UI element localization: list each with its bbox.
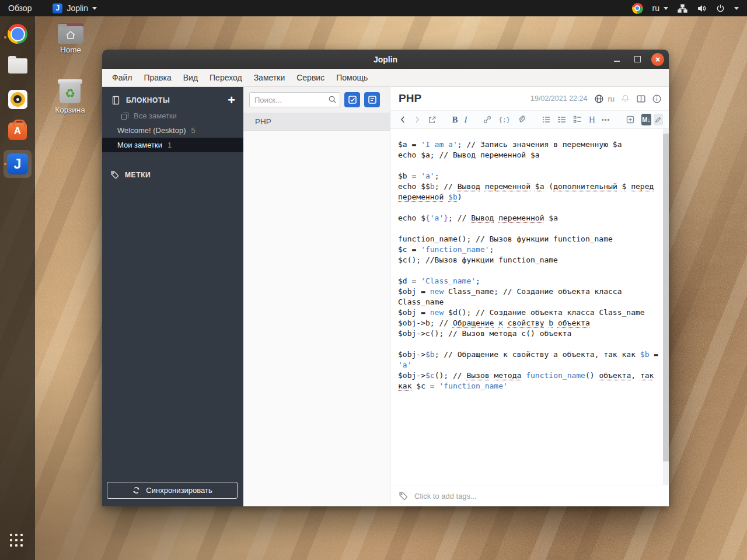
chevron-down-icon [92,7,97,10]
sidebar-item-notebook-selected[interactable]: Мои заметки 1 [102,138,243,152]
new-todo-button[interactable] [344,92,360,107]
show-applications-button[interactable] [4,527,32,555]
forward-button[interactable] [413,116,421,124]
editor-panel: PHP 19/02/2021 22:24 ru [390,87,669,506]
markdown-editor-toggle[interactable]: M↓ [641,114,651,125]
window-titlebar[interactable]: Joplin × [102,50,669,69]
power-icon[interactable] [716,4,725,13]
network-icon[interactable] [678,4,687,13]
notebook-name: Welcome! (Desktop) [117,126,186,135]
files-icon [8,58,27,74]
editor-scrollbar[interactable] [663,129,669,485]
close-button[interactable]: × [651,53,664,66]
desktop-icon-label: Home [60,46,81,54]
menu-item-0[interactable]: Файл [106,69,138,86]
rhythmbox-icon [8,90,27,109]
inline-code-button[interactable]: {;} [498,116,510,124]
running-indicator [4,36,6,38]
note-count-badge: 5 [191,126,196,135]
rich-text-editor-toggle[interactable] [654,114,663,125]
sidebar-item-all-notes[interactable]: Все заметки [102,108,243,123]
bold-button[interactable]: B [452,115,458,125]
bulleted-list-button[interactable] [542,115,551,124]
keyboard-layout-indicator[interactable]: ru [652,4,668,13]
menu-item-2[interactable]: Вид [177,69,204,86]
menu-item-1[interactable]: Правка [138,69,177,86]
synchronise-button[interactable]: Синхронизировать [107,482,238,499]
notebook-name: Мои заметки [117,141,162,149]
home-folder-icon [58,23,83,44]
volume-icon[interactable] [697,4,707,13]
tag-icon [399,491,409,501]
code-editor[interactable]: $a = 'I am a'; // Запись значения в пере… [390,129,663,391]
menu-item-4[interactable]: Заметки [248,69,291,86]
menu-item-6[interactable]: Помощь [330,69,374,86]
note-list-item[interactable]: PHP [243,113,390,131]
more-options-button[interactable]: ••• [602,116,610,123]
attach-file-button[interactable] [516,115,526,124]
dock-item-files[interactable] [4,52,32,80]
trash-icon: ♻ [57,79,83,104]
dock-item-joplin[interactable]: J [4,150,32,178]
dock-item-rhythmbox[interactable] [4,85,32,113]
note-timestamp: 19/02/2021 22:24 [530,94,587,103]
notebooks-header: БЛОКНОТЫ [126,96,222,104]
italic-button[interactable]: I [465,115,467,125]
notebook-icon [111,96,120,105]
editor-toolbar: B I {;} [390,110,669,129]
synchronise-label: Синхронизировать [146,486,212,495]
sync-icon [132,486,141,495]
tag-bar[interactable]: Click to add tags... [390,485,669,506]
markdown-editor[interactable]: $a = 'I am a'; // Запись значения в пере… [390,129,669,485]
running-indicator [4,163,6,165]
scrollbar-thumb[interactable] [663,134,669,461]
hyperlink-button[interactable] [483,115,492,124]
spellcheck-globe-icon[interactable] [594,94,604,104]
sidebar-item-notebook[interactable]: Welcome! (Desktop) 5 [102,123,243,138]
app-menu[interactable]: J Joplin [53,4,97,13]
desktop-icon-home[interactable]: Home [50,23,92,54]
insert-time-button[interactable] [626,115,635,124]
tags-header: МЕТКИ [125,171,243,179]
joplin-window: Joplin × ФайлПравкаВидПереходЗаметкиСерв… [102,50,669,506]
numbered-list-button[interactable] [557,115,567,124]
new-note-button[interactable] [364,92,380,107]
spellcheck-language[interactable]: ru [608,94,615,103]
toggle-layout-icon[interactable] [636,94,646,104]
desktop-icon-trash[interactable]: ♻ Корзина [49,79,91,114]
desktop-icon-label: Корзина [55,106,85,114]
search-input[interactable] [249,92,340,107]
maximize-button[interactable] [631,53,644,66]
keyboard-layout-label: ru [652,4,659,13]
dock-item-google-chrome[interactable] [4,20,32,48]
top-bar: Обзор J Joplin ru [0,0,747,16]
system-menu-chevron-icon[interactable] [734,7,739,10]
note-title: PHP [255,117,271,126]
note-title-input[interactable]: PHP [399,92,525,105]
new-notebook-button[interactable]: + [228,94,235,107]
chrome-icon [8,24,27,44]
note-list-panel: PHP [243,87,390,506]
sidebar: БЛОКНОТЫ + Все заметки Welcome! (Desktop… [102,87,243,506]
external-edit-button[interactable] [428,116,437,124]
heading-button[interactable]: H [589,115,595,125]
menu-bar: ФайлПравкаВидПереходЗаметкиСервисПомощь [102,69,669,87]
window-title: Joplin [374,55,397,64]
chrome-notification-icon[interactable] [632,3,643,14]
app-grid-icon [10,534,25,549]
all-notes-label: Все заметки [134,111,177,120]
all-notes-icon [121,112,129,120]
desktop: { "colors":{"accent_blue":"#2c6fd1","clo… [0,0,747,560]
minimize-button[interactable] [610,53,623,66]
alarm-bell-icon[interactable] [620,94,630,104]
back-button[interactable] [399,116,407,124]
note-properties-icon[interactable] [652,94,662,104]
checkbox-list-button[interactable] [573,115,582,124]
ubuntu-software-icon: A [8,123,27,140]
chevron-down-icon [664,7,668,10]
activities-button[interactable]: Обзор [8,4,32,13]
menu-item-5[interactable]: Сервис [291,69,330,86]
joplin-icon: J [7,153,28,174]
menu-item-3[interactable]: Переход [204,69,248,86]
dock-item-ubuntu-software[interactable]: A [4,117,32,145]
